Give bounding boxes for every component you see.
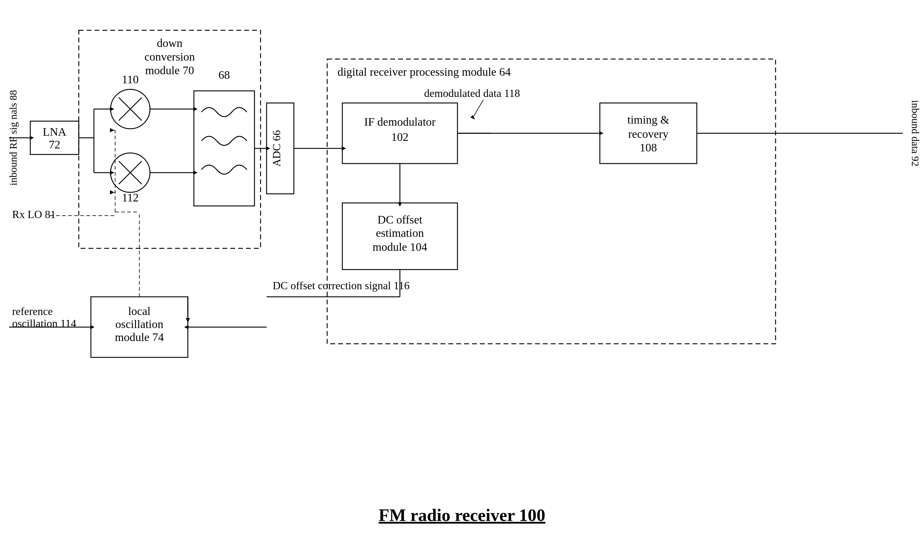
local-osc-label3: module 74: [115, 331, 164, 343]
svg-marker-24: [471, 115, 475, 120]
svg-marker-31: [186, 318, 190, 323]
lna-label: LNA: [43, 126, 67, 138]
dc-offset-label3: module 104: [373, 241, 427, 253]
timing-recovery-number: 108: [640, 141, 657, 154]
down-conversion-label2: conversion: [144, 50, 195, 63]
inbound-data-label: inbound data 92: [910, 100, 921, 166]
svg-marker-9: [110, 107, 114, 111]
lpf-number: 68: [218, 69, 230, 81]
digital-receiver-box: [327, 59, 776, 344]
svg-marker-19: [342, 146, 346, 151]
svg-line-23: [472, 100, 483, 118]
rx-lo-label: Rx LO 81: [12, 208, 56, 220]
inbound-rf-label: inbound RF sig nals 88: [8, 90, 19, 185]
svg-marker-15: [193, 171, 198, 175]
local-osc-label2: oscillation: [116, 318, 163, 331]
mixer-bottom-number: 112: [122, 191, 139, 204]
timing-recovery-label: timing &: [627, 113, 669, 126]
figure-title: FM radio receiver 100: [379, 505, 545, 525]
demod-data-label: demodulated data 118: [424, 87, 520, 99]
svg-marker-40: [110, 128, 114, 132]
lna-number: 72: [49, 138, 60, 151]
dc-offset-label: DC offset: [378, 213, 423, 226]
svg-marker-13: [193, 107, 198, 111]
svg-marker-43: [110, 190, 114, 195]
diagram-container: down conversion module 70 digital receiv…: [0, 0, 924, 560]
down-conversion-label: down: [157, 37, 182, 49]
digital-receiver-label: digital receiver processing module 64: [338, 66, 511, 78]
timing-recovery-label2: recovery: [628, 127, 669, 140]
svg-marker-26: [398, 202, 402, 207]
svg-marker-11: [110, 171, 114, 175]
ref-osc-label2: oscillation 114: [12, 317, 76, 329]
ref-osc-label: reference: [12, 305, 53, 317]
lpf-block: [194, 91, 255, 206]
svg-marker-17: [266, 146, 270, 151]
svg-marker-33: [184, 325, 188, 329]
mixer-top-number: 110: [122, 73, 139, 86]
if-demod-label: IF demodulator: [364, 115, 436, 128]
svg-marker-35: [90, 325, 94, 329]
if-demod-number: 102: [392, 130, 409, 143]
svg-marker-5: [30, 136, 34, 140]
svg-marker-21: [599, 131, 603, 135]
down-conversion-label3: module 70: [145, 64, 194, 76]
dc-offset-label2: estimation: [376, 226, 424, 239]
dc-offset-correction-label: DC offset correction signal 116: [273, 280, 410, 292]
adc-label: ADC 66: [270, 130, 283, 166]
local-osc-label: local: [128, 305, 151, 317]
